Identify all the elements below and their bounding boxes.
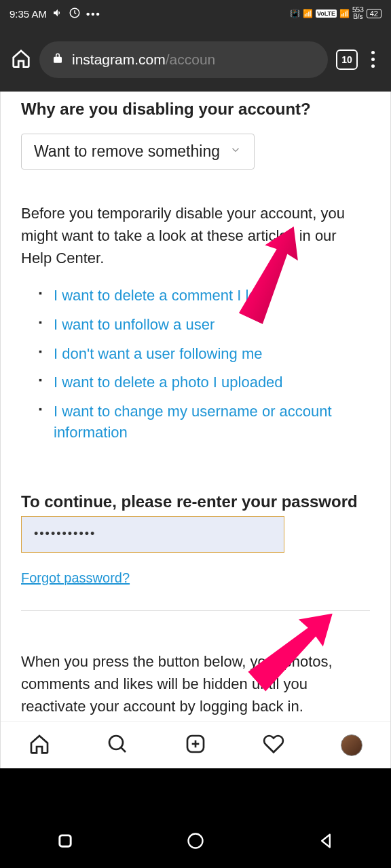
password-value: ••••••••••• — [34, 527, 96, 541]
whatsapp-icon — [69, 7, 81, 21]
dropdown-value: Want to remove something — [34, 142, 220, 161]
list-item: I want to delete a comment I left — [39, 281, 370, 311]
reason-dropdown[interactable]: Want to remove something — [21, 134, 255, 170]
volume-icon — [52, 7, 63, 20]
svg-point-1 — [109, 736, 123, 749]
help-link[interactable]: I don't want a user following me — [54, 345, 262, 362]
activity-tab-icon[interactable] — [263, 733, 284, 757]
intro-text: Before you temporarily disable your acco… — [21, 202, 370, 269]
volte-badge: VoLTE — [316, 9, 337, 18]
vibrate-icon: 📳 — [290, 9, 300, 18]
forgot-password-link[interactable]: Forgot password? — [21, 570, 130, 586]
status-time: 9:35 AM — [10, 8, 47, 20]
home-nav-icon[interactable] — [186, 831, 205, 853]
android-nav-bar — [0, 816, 391, 868]
list-item: I don't want a user following me — [39, 340, 370, 369]
create-tab-icon[interactable] — [185, 733, 206, 757]
url-bar[interactable]: instagram.com/accoun — [39, 41, 328, 78]
divider — [21, 610, 370, 611]
signal-icon-1: 📶 — [303, 9, 313, 18]
instagram-bottom-nav — [1, 721, 390, 768]
search-tab-icon[interactable] — [107, 733, 128, 757]
chevron-down-icon — [229, 144, 242, 159]
svg-line-2 — [122, 747, 126, 752]
help-link[interactable]: I want to delete a comment I left — [54, 287, 265, 304]
battery-icon: 42 — [367, 9, 381, 18]
final-text: When you press the button below, your ph… — [21, 650, 370, 717]
android-status-bar: 9:35 AM ••• 📳 📶 VoLTE 📶 553 B/s 42 — [0, 0, 391, 27]
data-rate: 553 B/s — [352, 7, 364, 20]
profile-tab-avatar[interactable] — [341, 734, 362, 756]
notification-dots: ••• — [86, 8, 101, 20]
password-input[interactable]: ••••••••••• — [21, 516, 284, 553]
tab-count-button[interactable]: 10 — [336, 50, 358, 70]
help-links-list: I want to delete a comment I left I want… — [21, 281, 370, 448]
list-item: I want to unfollow a user — [39, 311, 370, 340]
back-nav-icon[interactable] — [316, 831, 335, 853]
page-content: Why are you disabling your account? Want… — [0, 92, 391, 768]
url-text: instagram.com/accoun — [72, 52, 215, 68]
help-link[interactable]: I want to delete a photo I uploaded — [54, 374, 283, 391]
browser-menu-icon[interactable] — [366, 51, 380, 68]
home-tab-icon[interactable] — [29, 733, 50, 757]
svg-rect-9 — [60, 835, 71, 846]
help-link[interactable]: I want to unfollow a user — [54, 316, 215, 333]
signal-icon-2: 📶 — [339, 9, 350, 18]
help-link[interactable]: I want to change my username or account … — [54, 403, 332, 441]
svg-point-10 — [189, 833, 203, 848]
password-heading: To continue, please re-enter your passwo… — [21, 491, 370, 512]
lock-icon — [52, 52, 64, 67]
browser-toolbar: instagram.com/accoun 10 — [0, 27, 391, 92]
home-icon[interactable] — [11, 48, 31, 71]
list-item: I want to delete a photo I uploaded — [39, 368, 370, 397]
recents-icon[interactable] — [56, 831, 75, 853]
list-item: I want to change my username or account … — [39, 397, 370, 448]
disable-heading: Why are you disabling your account? — [21, 100, 370, 119]
